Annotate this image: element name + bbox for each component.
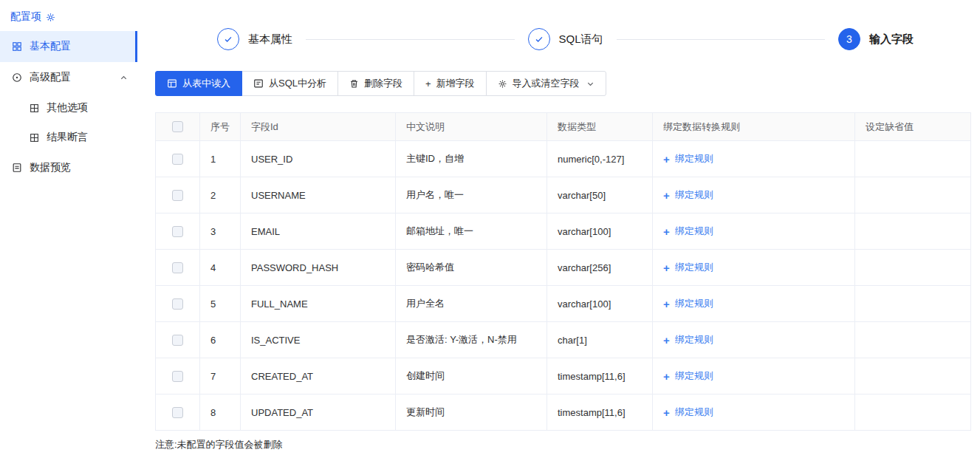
table-header-row: 序号 字段Id 中文说明 数据类型 绑定数据转换规则 设定缺省值 xyxy=(156,113,970,141)
button-label: 删除字段 xyxy=(364,77,402,90)
add-field-button[interactable]: + 新增字段 xyxy=(414,71,487,96)
field-type: timestamp[11,6] xyxy=(547,395,653,430)
analyze-from-sql-button[interactable]: 从SQL中分析 xyxy=(241,71,338,96)
bind-rule-label: 绑定规则 xyxy=(675,297,713,310)
bind-rule-cell: + 绑定规则 xyxy=(653,177,855,213)
row-checkbox[interactable] xyxy=(172,298,183,310)
default-value-cell xyxy=(855,286,970,321)
plus-icon: + xyxy=(663,154,670,165)
field-desc: 用户全名 xyxy=(396,286,547,321)
step-input-fields[interactable]: 3 输入字段 xyxy=(838,28,914,50)
sidebar-item-basic-config[interactable]: 基本配置 xyxy=(0,31,137,62)
row-checkbox[interactable] xyxy=(172,371,183,382)
step-sql-statement[interactable]: SQL语句 xyxy=(528,28,603,50)
bind-rule-label: 绑定规则 xyxy=(675,152,713,165)
plus-icon: + xyxy=(425,78,431,89)
step-label: 输入字段 xyxy=(869,33,914,47)
row-checkbox-cell xyxy=(156,395,200,430)
read-from-table-button[interactable]: 从表中读入 xyxy=(155,71,242,96)
chevron-down-icon xyxy=(586,80,594,88)
sidebar-item-label: 其他选项 xyxy=(47,101,88,115)
table-row: 2 USERNAME 用户名，唯一 varchar[50] + 绑定规则 xyxy=(156,177,970,214)
row-index: 2 xyxy=(200,177,241,213)
sidebar-item-data-preview[interactable]: 数据预览 xyxy=(0,152,135,183)
table-body: 1 USER_ID 主键ID，自增 numeric[0,-127] + 绑定规则… xyxy=(156,141,970,431)
bind-rule-link[interactable]: + 绑定规则 xyxy=(663,188,713,202)
sidebar: 配置项 基本配置 高级配置 xyxy=(0,0,148,461)
row-checkbox[interactable] xyxy=(172,154,183,165)
field-desc: 密码哈希值 xyxy=(396,250,547,285)
delete-field-button[interactable]: 删除字段 xyxy=(337,71,414,96)
grid-icon xyxy=(30,103,39,113)
bind-rule-cell: + 绑定规则 xyxy=(653,395,855,430)
column-header-no: 序号 xyxy=(200,113,241,140)
grid-icon xyxy=(12,41,22,52)
table-row: 8 UPDATED_AT 更新时间 timestamp[11,6] + 绑定规则 xyxy=(156,395,970,431)
select-all-checkbox[interactable] xyxy=(172,121,183,132)
bind-rule-label: 绑定规则 xyxy=(675,225,713,238)
field-type: varchar[100] xyxy=(547,214,653,249)
row-index: 3 xyxy=(200,214,241,249)
bind-rule-label: 绑定规则 xyxy=(675,406,713,419)
bind-rule-link[interactable]: + 绑定规则 xyxy=(663,369,713,383)
column-header-type: 数据类型 xyxy=(547,113,653,140)
bind-rule-link[interactable]: + 绑定规则 xyxy=(663,261,713,274)
import-gear-icon xyxy=(498,79,507,89)
grid-icon xyxy=(30,133,39,143)
sidebar-item-label: 数据预览 xyxy=(30,161,71,174)
footer-note: 注意:未配置的字段值会被删除 xyxy=(155,438,971,451)
default-value-cell xyxy=(855,358,970,394)
field-id: USERNAME xyxy=(241,177,396,213)
row-checkbox[interactable] xyxy=(172,190,183,201)
field-desc: 创建时间 xyxy=(396,358,547,394)
bind-rule-cell: + 绑定规则 xyxy=(653,286,855,321)
field-desc: 是否激活: Y-激活，N-禁用 xyxy=(396,322,547,358)
default-value-cell xyxy=(855,214,970,249)
row-index: 5 xyxy=(200,286,241,321)
bind-rule-label: 绑定规则 xyxy=(675,333,713,346)
plus-icon: + xyxy=(663,335,670,346)
row-checkbox[interactable] xyxy=(172,407,183,418)
field-desc: 主键ID，自增 xyxy=(396,141,547,177)
main-content: 基本属性 SQL语句 3 输入字段 从表中读入 xyxy=(155,0,971,451)
button-label: 导入或清空字段 xyxy=(513,77,580,90)
row-index: 1 xyxy=(200,141,241,177)
step-basic-attributes[interactable]: 基本属性 xyxy=(217,28,292,50)
field-id: UPDATED_AT xyxy=(241,395,396,430)
sidebar-title: 配置项 xyxy=(0,0,148,31)
row-checkbox-cell xyxy=(156,358,200,394)
default-value-cell xyxy=(855,250,970,285)
fields-table: 序号 字段Id 中文说明 数据类型 绑定数据转换规则 设定缺省值 1 USER_… xyxy=(155,112,971,431)
gear-icon[interactable] xyxy=(46,13,55,22)
bind-rule-cell: + 绑定规则 xyxy=(653,141,855,177)
bind-rule-link[interactable]: + 绑定规则 xyxy=(663,225,713,238)
table-row: 7 CREATED_AT 创建时间 timestamp[11,6] + 绑定规则 xyxy=(156,358,970,395)
bind-rule-link[interactable]: + 绑定规则 xyxy=(663,297,713,310)
sidebar-item-other-options[interactable]: 其他选项 xyxy=(0,93,135,123)
row-checkbox-cell xyxy=(156,322,200,358)
row-checkbox[interactable] xyxy=(172,335,183,346)
check-icon xyxy=(528,28,550,50)
bind-rule-cell: + 绑定规则 xyxy=(653,358,855,394)
column-header-field-id: 字段Id xyxy=(241,113,396,140)
row-checkbox[interactable] xyxy=(172,262,183,273)
row-checkbox[interactable] xyxy=(172,226,183,237)
step-label: SQL语句 xyxy=(559,33,603,47)
plus-icon: + xyxy=(663,262,670,273)
sidebar-item-advanced-config[interactable]: 高级配置 xyxy=(0,62,135,93)
button-label: 从表中读入 xyxy=(182,77,230,90)
bind-rule-link[interactable]: + 绑定规则 xyxy=(663,406,713,419)
bind-rule-link[interactable]: + 绑定规则 xyxy=(663,333,713,346)
sidebar-item-result-assert[interactable]: 结果断言 xyxy=(0,123,135,152)
button-label: 从SQL中分析 xyxy=(269,77,326,90)
bind-rule-cell: + 绑定规则 xyxy=(653,214,855,249)
plus-icon: + xyxy=(663,226,670,237)
bind-rule-link[interactable]: + 绑定规则 xyxy=(663,152,713,165)
import-or-clear-button[interactable]: 导入或清空字段 xyxy=(486,71,606,96)
plus-icon: + xyxy=(663,298,670,310)
read-table-icon xyxy=(167,78,177,89)
trash-icon xyxy=(349,79,359,89)
step-number: 3 xyxy=(838,28,860,50)
field-type: numeric[0,-127] xyxy=(547,141,653,177)
field-id: EMAIL xyxy=(241,214,396,249)
